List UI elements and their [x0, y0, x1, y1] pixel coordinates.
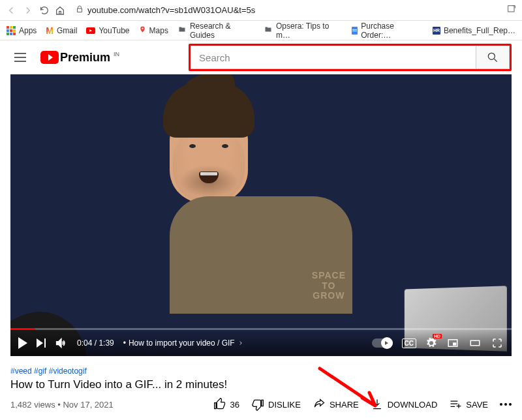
more-button[interactable] [500, 403, 512, 406]
bookmark-youtube[interactable]: YouTube [86, 26, 129, 35]
bookmark-apps[interactable]: Apps [7, 26, 37, 35]
bookmarks-bar: Apps M Gmail YouTube Maps Research & Gui… [0, 21, 522, 40]
search-box-highlighted [189, 44, 512, 71]
download-button[interactable]: DOWNLOAD [371, 398, 438, 411]
hd-badge: HD [433, 334, 442, 338]
share-label: SHARE [330, 400, 359, 410]
like-count: 36 [230, 400, 239, 410]
bookmark-opsera[interactable]: Opsera: Tips to m… [264, 22, 343, 40]
gmail-icon: M [46, 25, 54, 36]
hashtag-link[interactable]: #gif [34, 367, 46, 376]
video-info: #veed #gif #videotogif How to Turn Video… [0, 356, 522, 420]
youtube-logo-icon [40, 51, 59, 64]
search-container [189, 44, 512, 71]
apps-icon [7, 26, 16, 35]
bookmark-label: Opsera: Tips to m… [276, 22, 343, 40]
download-label: DOWNLOAD [388, 400, 438, 410]
bookmark-label: Apps [19, 26, 37, 35]
hashtag-link[interactable]: #veed [10, 367, 32, 376]
volume-button[interactable] [55, 337, 68, 350]
svg-rect-5 [470, 340, 480, 346]
bookmark-gmail[interactable]: M Gmail [46, 25, 77, 36]
browser-toolbar: youtube.com/watch?v=sb1dW031OAU&t=5s [0, 0, 522, 21]
progress-bar[interactable] [10, 328, 512, 330]
next-button[interactable] [37, 338, 46, 348]
fullscreen-button[interactable] [491, 337, 504, 349]
youtube-header: Premium IN [0, 40, 522, 74]
bookmark-label: Benefits_Full_Rep… [444, 26, 515, 35]
back-button[interactable] [5, 5, 17, 16]
lock-icon [76, 5, 84, 15]
meta-row: 1,482 views • Nov 17, 2021 36 DISLIKE SH… [10, 398, 512, 411]
save-button[interactable]: SAVE [449, 398, 488, 411]
menu-button[interactable] [10, 49, 30, 66]
folder-icon [264, 25, 273, 35]
captions-button[interactable]: CC [402, 338, 416, 348]
home-button[interactable] [55, 5, 65, 16]
time-display: 0:04 / 1:39 [77, 338, 114, 348]
reload-button[interactable] [39, 5, 50, 16]
bookmark-purchase[interactable]: Purchase Order:… [352, 22, 423, 40]
autoplay-toggle[interactable] [372, 338, 393, 348]
search-button[interactable] [476, 46, 510, 69]
settings-button[interactable]: HD [425, 337, 437, 349]
svg-point-2 [488, 53, 495, 59]
maps-icon [139, 25, 146, 36]
theater-button[interactable] [468, 337, 482, 349]
action-bar: 36 DISLIKE SHARE DOWNLOAD SAVE [213, 398, 512, 411]
playlist-add-icon [449, 398, 462, 411]
folder-icon [177, 25, 187, 35]
url-text: youtube.com/watch?v=sb1dW031OAU&t=5s [87, 5, 255, 15]
search-input[interactable] [191, 46, 476, 69]
dislike-label: DISLIKE [268, 400, 301, 410]
address-bar[interactable]: youtube.com/watch?v=sb1dW031OAU&t=5s [70, 5, 501, 15]
video-title: How to Turn Video into a GIF... in 2 min… [10, 378, 512, 391]
search-icon [486, 51, 499, 64]
player-controls: 0:04 / 1:39 • How to import your video /… [10, 330, 512, 356]
play-button[interactable] [18, 337, 27, 349]
hr-icon: HR [433, 27, 440, 35]
presenter: SPACE TO GROW [170, 105, 352, 314]
thumb-down-icon [251, 398, 264, 411]
save-label: SAVE [466, 400, 488, 410]
hashtag-link[interactable]: #videotogif [49, 367, 87, 376]
share-button[interactable]: SHARE [313, 398, 359, 411]
download-icon [371, 398, 384, 411]
bookmark-label: Maps [149, 26, 168, 35]
docs-icon [352, 27, 358, 35]
forward-button[interactable] [22, 5, 34, 16]
svg-rect-4 [453, 342, 456, 346]
youtube-logo[interactable]: Premium IN [40, 51, 119, 65]
bookmark-label: Gmail [57, 26, 77, 35]
video-player[interactable]: SPACE TO GROW 0:04 / 1:39 • How to impor… [10, 74, 512, 356]
bookmark-label: YouTube [99, 26, 129, 35]
shirt-text: SPACE TO GROW [312, 271, 346, 301]
svg-point-1 [142, 27, 143, 29]
bookmark-research[interactable]: Research & Guides [177, 22, 254, 40]
youtube-icon [86, 27, 95, 34]
svg-rect-0 [508, 5, 514, 11]
chapter-label[interactable]: • How to import your video / GIF [123, 338, 244, 348]
dislike-button[interactable]: DISLIKE [251, 398, 301, 411]
bookmark-maps[interactable]: Maps [139, 25, 168, 36]
bookmark-label: Purchase Order:… [361, 22, 423, 40]
hashtags: #veed #gif #videotogif [10, 367, 512, 376]
thumb-up-icon [213, 398, 226, 411]
share-icon [313, 398, 326, 411]
video-container: SPACE TO GROW 0:04 / 1:39 • How to impor… [10, 74, 512, 356]
region-code: IN [114, 51, 119, 57]
like-button[interactable]: 36 [213, 398, 239, 411]
bookmark-label: Research & Guides [190, 22, 254, 40]
bookmark-benefits[interactable]: HR Benefits_Full_Rep… [433, 26, 515, 35]
browser-share-button[interactable] [506, 4, 517, 17]
views-date: 1,482 views • Nov 17, 2021 [10, 400, 114, 410]
miniplayer-button[interactable] [446, 337, 459, 349]
logo-text: Premium [60, 51, 110, 65]
